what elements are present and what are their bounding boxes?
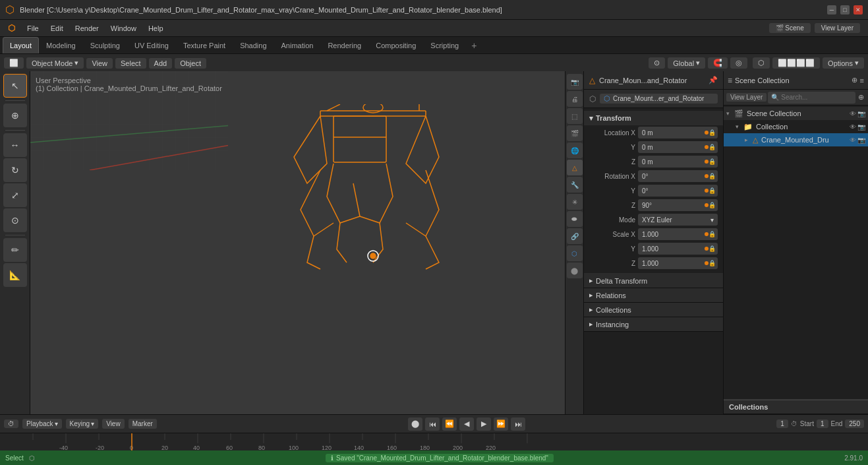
window-menu[interactable]: Window [105,23,142,34]
collections-header[interactable]: ▸ Collections [584,303,723,317]
collection-row[interactable]: ▾ 📁 Collection 👁 📷 [724,120,868,133]
scene-collection-expand[interactable]: ▾ [726,110,733,117]
transform-tool-button[interactable]: ⊙ [3,208,27,232]
play-forward-button[interactable]: ▶ [477,418,491,431]
view-menu-timeline-button[interactable]: View [102,419,125,429]
pin-icon[interactable]: 📌 [709,76,718,84]
snap-button[interactable]: 🧲 [708,57,728,69]
tab-modeling[interactable]: Modeling [39,37,83,53]
rotation-x-field[interactable]: 0° 🔒 [638,170,718,182]
tab-rendering[interactable]: Rendering [320,37,368,53]
view-menu-button[interactable]: View [86,58,113,69]
data-properties-tab[interactable]: ⬡ [567,245,583,261]
add-workspace-button[interactable]: + [466,37,482,53]
editor-type-button[interactable]: ⬜ [4,57,24,69]
tab-layout[interactable]: Layout [3,37,39,53]
tab-uv-editing[interactable]: UV Editing [127,37,176,53]
object-menu-button[interactable]: Object [175,58,206,69]
object-render-icon[interactable]: 📷 [857,137,865,144]
tab-texture-paint[interactable]: Texture Paint [176,37,233,53]
options-button[interactable]: Options ▾ [823,57,864,69]
output-properties-tab[interactable]: 🖨 [567,91,583,107]
outliner-settings-icon[interactable]: ≡ [860,77,864,84]
data-name-field[interactable]: ⬡ Crane_Mount...er_and_Rotator [600,94,718,104]
timeline-ruler[interactable]: -40 -20 0 20 40 60 80 100 120 140 160 18… [0,433,868,451]
visibility-icon[interactable]: 👁 [850,110,856,117]
jump-prev-keyframe-button[interactable]: ⏪ [442,418,457,431]
rotation-x-lock[interactable]: 🔒 [709,173,716,179]
minimize-button[interactable]: ─ [827,5,836,15]
physics-properties-tab[interactable]: ⬬ [567,211,583,227]
scene-collection-row[interactable]: ▾ 🎬 Scene Collection 👁 📷 [724,107,868,120]
location-y-field[interactable]: 0 m 🔒 [638,141,718,153]
collection-visibility-icon[interactable]: 👁 [850,123,856,131]
material-properties-tab[interactable]: ⬤ [567,263,583,278]
render-menu[interactable]: Render [70,23,104,34]
measure-tool-button[interactable]: 📐 [3,263,27,287]
overlay-button[interactable]: ⬡ [753,57,770,69]
crane-object-row[interactable]: ▸ △ Crane_Mounted_Dru 👁 📷 [724,133,868,146]
scale-z-lock[interactable]: 🔒 [709,260,716,266]
rotate-tool-button[interactable]: ↻ [3,158,27,182]
marker-menu-button[interactable]: Marker [129,419,157,429]
view-layer-selector[interactable]: View Layer [815,23,860,33]
end-frame-field[interactable]: 250 [845,419,864,428]
help-menu[interactable]: Help [143,23,169,34]
edit-menu[interactable]: Edit [45,23,69,34]
jump-end-button[interactable]: ⏭ [511,418,525,431]
rotation-mode-select[interactable]: XYZ Euler ▾ [638,214,718,226]
outliner-search-input[interactable] [781,94,852,101]
jump-next-keyframe-button[interactable]: ⏩ [494,418,508,431]
tab-scripting[interactable]: Scripting [423,37,466,53]
location-x-lock[interactable]: 🔒 [709,129,716,136]
start-frame-field[interactable]: 1 [817,419,828,428]
playback-menu-button[interactable]: Playback ▾ [22,419,62,429]
modifier-properties-tab[interactable]: 🔧 [567,177,583,193]
relations-header[interactable]: ▸ Relations [584,288,723,303]
object-expand[interactable]: ▸ [745,137,751,143]
blender-menu-icon[interactable]: ⬡ [3,22,20,34]
scene-properties-tab[interactable]: 🎬 [567,125,583,141]
cursor-tool-button[interactable]: ⊕ [3,104,27,127]
maximize-button[interactable]: □ [840,5,850,15]
constraints-properties-tab[interactable]: 🔗 [567,228,583,244]
object-visibility-icon[interactable]: 👁 [850,137,856,144]
scene-selector[interactable]: 🎬 Scene [769,23,811,33]
scale-tool-button[interactable]: ⤢ [3,183,27,207]
proportional-edit-button[interactable]: ◎ [730,57,747,69]
outliner-filter-icon[interactable]: ⊕ [852,76,857,84]
tab-shading[interactable]: Shading [233,37,274,53]
keying-menu-button[interactable]: Keying ▾ [66,419,99,429]
outliner-filter-button[interactable]: ⊕ [857,93,865,102]
transform-orientation-button[interactable]: Global ▾ [668,57,705,69]
world-properties-tab[interactable]: 🌐 [567,142,583,158]
current-frame-field[interactable]: 1 [776,419,788,428]
rotation-z-field[interactable]: 90° 🔒 [638,199,718,211]
scale-y-field[interactable]: 1.000 🔒 [638,243,718,255]
render-icon[interactable]: 📷 [857,110,865,117]
scale-x-lock[interactable]: 🔒 [709,231,716,237]
annotate-tool-button[interactable]: ✏ [3,238,27,262]
move-tool-button[interactable]: ↔ [3,133,27,157]
particles-properties-tab[interactable]: ✳ [567,194,583,210]
tab-animation[interactable]: Animation [274,37,321,53]
select-menu-button[interactable]: Select [115,58,146,69]
collection-expand[interactable]: ▾ [736,123,742,130]
close-button[interactable]: ✕ [854,5,863,15]
object-mode-button[interactable]: Object Mode ▾ [26,57,84,69]
editor-type-timeline-button[interactable]: ⏱ [4,419,18,428]
location-z-field[interactable]: 0 m 🔒 [638,156,718,168]
select-tool-button[interactable]: ↖ [3,74,27,98]
transform-header[interactable]: ▾ Transform [584,111,723,125]
rotation-z-lock[interactable]: 🔒 [709,202,716,208]
scale-y-lock[interactable]: 🔒 [709,245,716,252]
view-layer-properties-tab[interactable]: ⬚ [567,108,583,124]
location-z-lock[interactable]: 🔒 [709,158,716,165]
render-properties-tab[interactable]: 📷 [567,74,583,90]
delta-transform-header[interactable]: ▸ Delta Transform [584,274,723,288]
location-x-field[interactable]: 0 m 🔒 [638,127,718,139]
collection-render-icon[interactable]: 📷 [857,123,865,131]
keyframe-dot-button[interactable]: ⬤ [408,418,422,431]
tab-compositing[interactable]: Compositing [368,37,423,53]
add-menu-button[interactable]: Add [149,58,173,69]
